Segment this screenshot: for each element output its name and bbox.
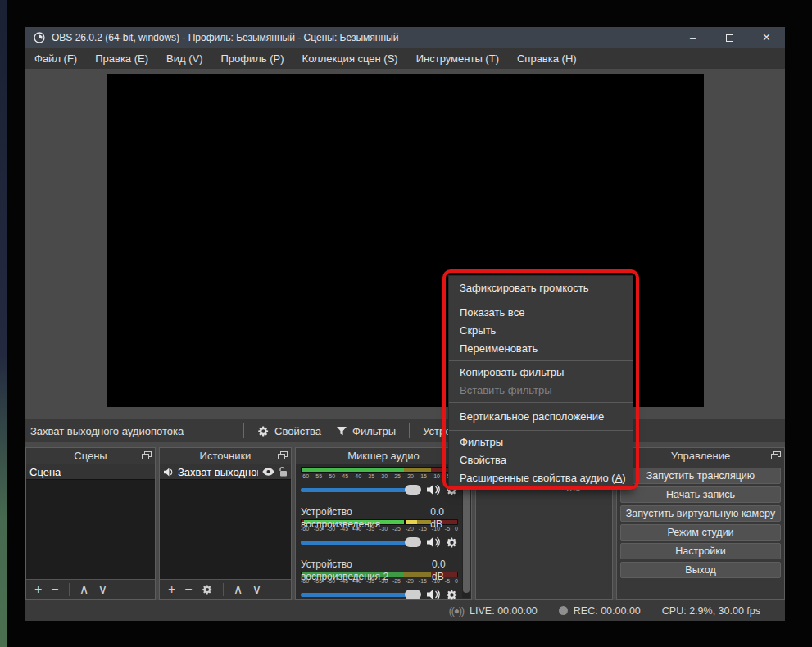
meter-scale: -60-55-50-45-40-35-30-25-20-15-10-50 <box>301 473 458 480</box>
start-virtual-camera-button[interactable]: Запустить виртуальную камеру <box>620 505 781 522</box>
volume-slider-handle[interactable] <box>405 590 421 599</box>
statusbar: ((●)) LIVE: 00:00:00 REC: 00:00:00 CPU: … <box>25 600 785 621</box>
start-recording-button[interactable]: Начать запись <box>620 486 781 503</box>
popout-icon[interactable] <box>278 451 288 460</box>
menu-item-show-all[interactable]: Показать все <box>449 304 633 322</box>
speaker-icon[interactable] <box>426 536 440 548</box>
menu-item-vertical-layout[interactable]: Вертикальное расположение <box>449 405 633 428</box>
meter-tick-label: -45 <box>340 577 348 585</box>
meter-tick-label: -10 <box>432 577 440 585</box>
meter-tick-label: -25 <box>392 577 401 585</box>
menu-item-copy-filters[interactable]: Копировать фильтры <box>449 364 633 382</box>
volume-slider[interactable] <box>301 488 420 492</box>
source-row[interactable]: Захват выходног <box>160 464 291 480</box>
filters-button[interactable]: Фильтры <box>331 421 401 441</box>
menu-item-hide[interactable]: Скрыть <box>449 322 633 340</box>
menu-scene-collection[interactable]: Коллекция сцен (S) <box>293 48 407 69</box>
meter-tick-label: -35 <box>366 525 374 532</box>
meter-tick-label: -25 <box>392 525 401 532</box>
menu-view[interactable]: Вид (V) <box>157 48 211 69</box>
add-source-button[interactable]: + <box>168 583 175 596</box>
desktop-wallpaper-edge <box>0 0 7 647</box>
scenes-list: Сцена <box>26 464 155 579</box>
menu-item-lock-volume[interactable]: Зафиксировать громкость <box>449 278 633 298</box>
selected-source-label: Захват выходного аудиопотока <box>30 425 184 437</box>
toolbar-separator <box>223 583 224 596</box>
speaker-icon[interactable] <box>426 484 440 495</box>
cpu-fps-stats: CPU: 2.9%, 30.00 fps <box>662 605 760 617</box>
menu-item-rename[interactable]: Переименовать <box>449 340 633 358</box>
audio-mixer-context-menu: Зафиксировать громкость Показать все Скр… <box>448 275 633 490</box>
minimize-button[interactable]: – <box>674 27 711 48</box>
maximize-button[interactable] <box>711 27 748 48</box>
controls-dock: Управление Запустить трансляцию Начать з… <box>616 447 785 600</box>
lock-icon[interactable] <box>279 467 288 477</box>
scene-row[interactable]: Сцена <box>26 464 155 480</box>
scenes-dock-header: Сцены <box>26 448 155 464</box>
menu-edit[interactable]: Правка (E) <box>86 48 157 69</box>
properties-button[interactable]: Свойства <box>252 421 326 441</box>
meter-tick-label: -50 <box>327 577 335 585</box>
toolbar-separator <box>243 423 244 438</box>
scenes-toolbar: + − ∧ ∨ <box>26 579 155 599</box>
meter-tick-label: -30 <box>379 525 388 532</box>
properties-label: Свойства <box>274 425 321 437</box>
exit-button[interactable]: Выход <box>620 562 781 578</box>
meter-tick-label: -55 <box>314 577 322 585</box>
menu-separator <box>449 301 633 301</box>
move-source-up-button[interactable]: ∧ <box>234 583 243 596</box>
remove-scene-button[interactable]: − <box>51 583 58 596</box>
sources-dock-header: Источники <box>160 448 291 464</box>
meter-tick-label: -60 <box>301 577 309 585</box>
meter-tick-label: -15 <box>419 577 427 585</box>
channel-settings-gear-icon[interactable] <box>446 589 458 601</box>
volume-slider-handle[interactable] <box>405 537 421 547</box>
remove-source-button[interactable]: − <box>184 583 192 596</box>
menu-item-filters[interactable]: Фильтры <box>449 433 633 451</box>
meter-tick-label: -45 <box>340 473 348 480</box>
menu-separator <box>449 402 633 403</box>
speaker-icon <box>163 468 174 477</box>
menu-file[interactable]: Файл (F) <box>25 48 86 69</box>
menu-item-properties[interactable]: Свойства <box>449 451 633 469</box>
meter-tick-label: -10 <box>432 473 440 480</box>
controls-dock-title: Управление <box>671 450 730 462</box>
move-scene-down-button[interactable]: ∨ <box>98 583 107 596</box>
maximize-icon <box>726 34 733 42</box>
meter-tick-label: -55 <box>314 525 322 532</box>
volume-slider-handle[interactable] <box>405 485 421 495</box>
volume-slider[interactable] <box>301 593 420 597</box>
meter-tick-label: -35 <box>366 577 374 585</box>
menu-help[interactable]: Справка (H) <box>508 48 586 69</box>
channel-settings-gear-icon[interactable] <box>446 536 458 549</box>
popout-icon[interactable] <box>771 451 781 460</box>
obs-window: OBS 26.0.2 (64-bit, windows) - Профиль: … <box>25 27 785 621</box>
record-dot-icon <box>559 606 568 615</box>
speaker-icon[interactable] <box>426 589 440 600</box>
sources-dock-title: Источники <box>200 450 252 462</box>
meter-tick-label: -30 <box>379 577 388 585</box>
sources-toolbar: + − ∧ ∨ <box>160 579 291 599</box>
studio-mode-button[interactable]: Режим студии <box>620 524 781 541</box>
mixer-channel-1: -60-55-50-45-40-35-30-25-20-15-10-50 <box>301 467 458 499</box>
move-scene-up-button[interactable]: ∧ <box>79 583 89 596</box>
start-streaming-button[interactable]: Запустить трансляцию <box>620 468 781 484</box>
scenes-dock: Сцены Сцена + − ∧ ∨ <box>25 447 156 600</box>
menu-tools[interactable]: Инструменты (T) <box>407 48 508 69</box>
menu-item-advanced-audio[interactable]: Расширенные свойства аудио (A) <box>449 469 633 487</box>
menu-profile[interactable]: Профиль (P) <box>212 48 293 69</box>
meter-tick-label: -60 <box>301 473 309 480</box>
settings-button[interactable]: Настройки <box>620 543 781 559</box>
meter-tick-label: 0 <box>455 525 458 532</box>
source-toolbar: Захват выходного аудиопотока Свойства <box>25 419 785 442</box>
popout-icon[interactable] <box>142 451 152 460</box>
source-properties-gear-icon[interactable] <box>202 584 213 595</box>
add-scene-button[interactable]: + <box>34 583 42 596</box>
volume-slider[interactable] <box>301 541 420 545</box>
move-source-down-button[interactable]: ∨ <box>252 583 261 596</box>
controls-dock-header: Управление <box>617 448 784 464</box>
meter-tick-label: -50 <box>327 473 335 480</box>
close-button[interactable]: × <box>748 27 785 48</box>
visibility-eye-icon[interactable] <box>262 468 274 476</box>
meter-tick-label: -40 <box>353 525 361 532</box>
